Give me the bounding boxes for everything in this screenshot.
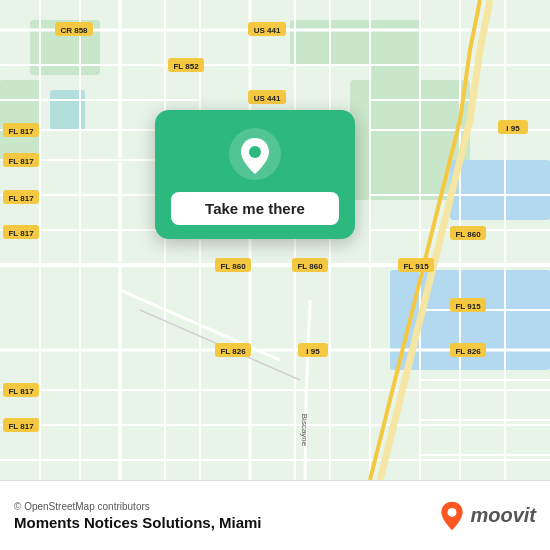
svg-text:US 441: US 441 [254, 94, 281, 103]
svg-text:FL 817: FL 817 [8, 157, 34, 166]
svg-text:FL 852: FL 852 [173, 62, 199, 71]
svg-text:I 95: I 95 [506, 124, 520, 133]
svg-text:FL 826: FL 826 [455, 347, 481, 356]
svg-text:FL 860: FL 860 [297, 262, 323, 271]
moovit-logo: moovit [438, 500, 536, 532]
moovit-pin-icon [438, 500, 466, 532]
svg-text:FL 860: FL 860 [455, 230, 481, 239]
svg-text:FL 817: FL 817 [8, 194, 34, 203]
svg-rect-5 [0, 80, 40, 160]
svg-text:FL 826: FL 826 [220, 347, 246, 356]
svg-rect-8 [450, 160, 550, 220]
svg-text:I 95: I 95 [306, 347, 320, 356]
bottom-left-info: © OpenStreetMap contributors Moments Not… [14, 501, 262, 531]
svg-text:FL 817: FL 817 [8, 387, 34, 396]
attribution-text: © OpenStreetMap contributors [14, 501, 262, 512]
svg-text:FL 817: FL 817 [8, 422, 34, 431]
moovit-brand-text: moovit [470, 504, 536, 527]
svg-text:FL 915: FL 915 [455, 302, 481, 311]
svg-text:FL 915: FL 915 [403, 262, 429, 271]
svg-text:US 441: US 441 [254, 26, 281, 35]
svg-point-84 [448, 508, 457, 517]
bottom-bar: © OpenStreetMap contributors Moments Not… [0, 480, 550, 550]
svg-text:FL 860: FL 860 [220, 262, 246, 271]
svg-text:FL 817: FL 817 [8, 127, 34, 136]
svg-text:Biscayne: Biscayne [300, 414, 309, 447]
svg-text:CR 858: CR 858 [60, 26, 88, 35]
location-title: Moments Notices Solutions, Miami [14, 514, 262, 531]
svg-text:FL 817: FL 817 [8, 229, 34, 238]
map-container: CR 858 US 441 FL 852 US 441 FL 817 FL 81… [0, 0, 550, 480]
svg-point-83 [249, 146, 261, 158]
take-me-there-button[interactable]: Take me there [171, 192, 339, 225]
popup-card[interactable]: Take me there [155, 110, 355, 239]
location-pin-icon [229, 128, 281, 180]
